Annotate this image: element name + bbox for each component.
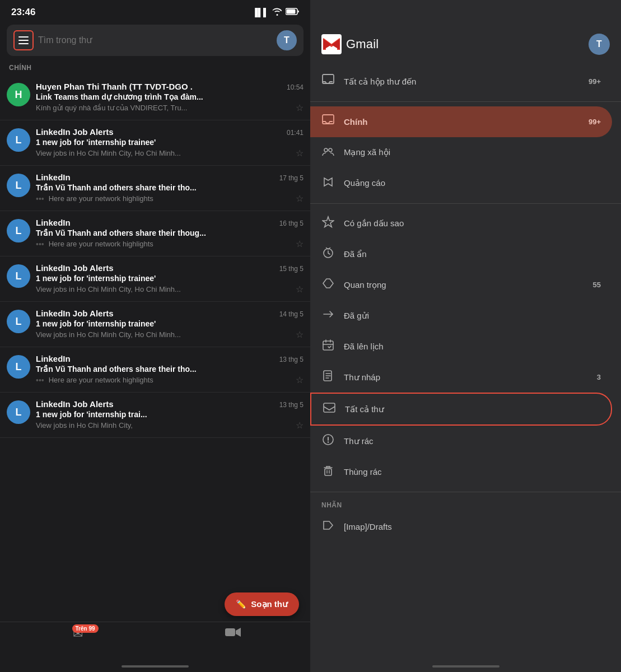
search-bar[interactable]: T xyxy=(7,25,304,56)
email-preview-row-7: View jobs in Ho Chi Minh City, ☆ xyxy=(36,420,304,431)
svg-point-8 xyxy=(329,148,332,152)
email-content-2: LinkedIn 17 thg 5 Trần Vũ Thanh and othe… xyxy=(36,172,304,204)
spam-icon xyxy=(321,433,335,449)
compose-button[interactable]: ✏️ Soạn thư xyxy=(225,592,299,616)
email-preview-0: Kính gửi quý nhà đầu tư của VNDIRECT, Tr… xyxy=(36,104,292,112)
star-button-5[interactable]: ☆ xyxy=(296,329,304,340)
signal-icon: ▐▌▌ xyxy=(252,8,269,17)
drawer-header: Gmail T xyxy=(310,0,621,66)
social-icon xyxy=(321,145,335,160)
svg-rect-2 xyxy=(225,628,235,636)
sender-avatar-5: L xyxy=(7,310,30,333)
star-button-1[interactable]: ☆ xyxy=(296,148,304,158)
dots-button-6[interactable]: ••• xyxy=(36,376,44,385)
drawer-label-snoozed: Đã ẩn xyxy=(344,249,592,259)
draft-icon xyxy=(321,370,335,385)
star-button-4[interactable]: ☆ xyxy=(296,284,304,295)
email-preview-3: Here are your network highlights xyxy=(49,240,292,248)
drawer-item-important[interactable]: Quan trọng 55 xyxy=(310,269,612,300)
email-list: H Huyen Phan Thi Thanh (TT TVDT-DGO . 10… xyxy=(0,75,310,663)
all-mail-highlighted-container: Tất cả thư xyxy=(310,393,612,426)
email-item-4[interactable]: L LinkedIn Job Alerts 15 thg 5 1 new job… xyxy=(0,256,310,302)
drawer-item-chinh[interactable]: Chính 99+ xyxy=(310,106,612,137)
drawer-item-spam[interactable]: Thư rác xyxy=(310,426,612,456)
drawer-label-sent: Đã gửi xyxy=(344,311,592,321)
drawer-item-starred[interactable]: Có gắn dấu sao xyxy=(310,208,612,239)
email-item-2[interactable]: L LinkedIn 17 thg 5 Trần Vũ Thanh and ot… xyxy=(0,166,310,211)
scheduled-icon xyxy=(321,339,335,354)
email-item-3[interactable]: L LinkedIn 16 thg 5 Trần Vũ Thanh and ot… xyxy=(0,211,310,256)
drawer-item-social[interactable]: Mạng xã hội xyxy=(310,137,612,168)
drawer-item-ads[interactable]: Quảng cáo xyxy=(310,168,612,199)
email-subject-7: 1 new job for 'internship trai... xyxy=(36,410,304,419)
email-subject-6: Trần Vũ Thanh and others share their tho… xyxy=(36,365,304,374)
divider-2 xyxy=(310,203,621,204)
tab-mail[interactable]: Trên 99 ✉ xyxy=(0,627,155,641)
email-header-5: LinkedIn Job Alerts 14 thg 5 xyxy=(36,309,304,318)
email-preview-row-2: ••• Here are your network highlights ☆ xyxy=(36,193,304,204)
drawer-item-imap-drafts[interactable]: [Imap]/Drafts xyxy=(310,511,612,542)
tab-meet[interactable] xyxy=(155,627,310,641)
email-item-5[interactable]: L LinkedIn Job Alerts 14 thg 5 1 new job… xyxy=(0,302,310,347)
sender-name-4: LinkedIn Job Alerts xyxy=(36,263,114,273)
status-icons: ▐▌▌ xyxy=(252,8,299,17)
email-header-6: LinkedIn 13 thg 5 xyxy=(36,354,304,363)
drawer-item-all-inbox[interactable]: Tất cả hộp thư đến 99+ xyxy=(310,66,612,97)
drawer-item-sent[interactable]: Đã gửi xyxy=(310,300,612,331)
wifi-icon xyxy=(272,8,282,17)
meet-tab-icon xyxy=(225,627,241,641)
search-input[interactable] xyxy=(38,35,272,45)
sender-name-6: LinkedIn xyxy=(36,354,71,363)
sent-icon xyxy=(321,308,335,323)
drawer-label-imap-drafts: [Imap]/Drafts xyxy=(344,522,592,531)
email-preview-5: View jobs in Ho Chi Minh City, Ho Chi Mi… xyxy=(36,330,292,339)
user-avatar-left[interactable]: T xyxy=(277,30,297,50)
drawer-item-drafts[interactable]: Thư nháp 3 xyxy=(310,362,612,393)
gmail-logo: Gmail xyxy=(321,34,379,54)
email-item-1[interactable]: L LinkedIn Job Alerts 01:41 1 new job fo… xyxy=(0,120,310,166)
star-button-0[interactable]: ☆ xyxy=(296,102,304,113)
dots-button-2[interactable]: ••• xyxy=(36,194,44,203)
email-header-4: LinkedIn Job Alerts 15 thg 5 xyxy=(36,263,304,273)
svg-rect-14 xyxy=(325,469,331,475)
star-icon xyxy=(321,216,335,231)
drawer-label-starred: Có gắn dấu sao xyxy=(344,218,592,228)
star-button-7[interactable]: ☆ xyxy=(296,420,304,431)
mail-badge: Trên 99 xyxy=(72,624,99,633)
star-button-2[interactable]: ☆ xyxy=(296,193,304,204)
email-subject-1: 1 new job for 'internship trainee' xyxy=(36,138,304,147)
svg-point-7 xyxy=(324,148,328,152)
user-avatar-right[interactable]: T xyxy=(589,34,610,55)
drawer-label-ads: Quảng cáo xyxy=(344,178,592,188)
drawer-label-all-inbox: Tất cả hộp thư đến xyxy=(344,77,580,87)
time: 23:46 xyxy=(11,7,35,18)
important-icon xyxy=(321,277,335,292)
email-preview-row-1: View jobs in Ho Chi Minh City, Ho Chi Mi… xyxy=(36,148,304,158)
drawer-item-snoozed[interactable]: Đã ẩn xyxy=(310,239,612,269)
email-preview-6: Here are your network highlights xyxy=(49,376,292,384)
sender-avatar-0: H xyxy=(7,83,30,106)
email-item-6[interactable]: L LinkedIn 13 thg 5 Trần Vũ Thanh and ot… xyxy=(0,347,310,393)
star-button-6[interactable]: ☆ xyxy=(296,375,304,385)
email-item-7[interactable]: L LinkedIn Job Alerts 13 thg 5 1 new job… xyxy=(0,393,310,438)
email-preview-2: Here are your network highlights xyxy=(49,194,292,203)
sender-name-7: LinkedIn Job Alerts xyxy=(36,399,114,409)
email-time-7: 13 thg 5 xyxy=(279,401,304,409)
dots-button-3[interactable]: ••• xyxy=(36,240,44,249)
email-subject-3: Trần Vũ Thanh and others share their tho… xyxy=(36,228,304,237)
divider-3 xyxy=(310,492,621,492)
star-button-3[interactable]: ☆ xyxy=(296,239,304,249)
all-inbox-icon xyxy=(321,74,335,89)
drawer-item-trash[interactable]: Thùng rác xyxy=(310,456,612,487)
divider-1 xyxy=(310,101,621,102)
menu-button[interactable] xyxy=(13,30,34,50)
email-preview-1: View jobs in Ho Chi Minh City, Ho Chi Mi… xyxy=(36,149,292,157)
drawer-label-all-mail: Tất cả thư xyxy=(345,404,591,414)
email-content-4: LinkedIn Job Alerts 15 thg 5 1 new job f… xyxy=(36,263,304,295)
drawer-item-all-mail[interactable]: Tất cả thư xyxy=(311,394,611,424)
email-preview-row-4: View jobs in Ho Chi Minh City, Ho Chi Mi… xyxy=(36,284,304,295)
sender-avatar-7: L xyxy=(7,400,30,424)
section-label-chinh: CHÍNH xyxy=(0,62,310,75)
drawer-item-scheduled[interactable]: Đã lên lịch xyxy=(310,331,612,362)
email-item-0[interactable]: H Huyen Phan Thi Thanh (TT TVDT-DGO . 10… xyxy=(0,75,310,120)
